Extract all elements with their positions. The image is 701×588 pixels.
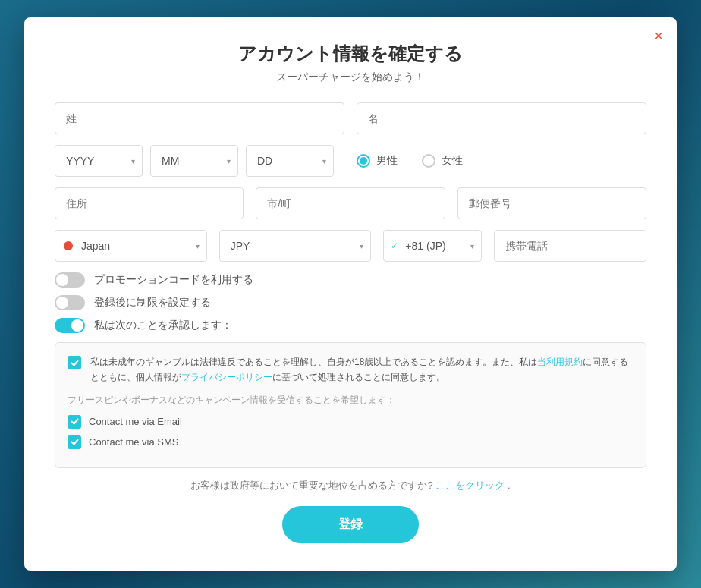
country-currency-phone-row: Japan ▾ JPY ▾ ✓ +81 (JP) ▾ xyxy=(55,230,646,262)
last-name-input[interactable] xyxy=(55,102,344,134)
pep-row: お客様は政府等において重要な地位を占める方ですか? ここをクリック . xyxy=(55,479,646,492)
close-button[interactable]: × xyxy=(654,28,663,43)
address-group xyxy=(55,187,244,219)
email-checkmark-icon xyxy=(71,417,79,426)
consent-box: 私は未成年のギャンブルは法律違反であることを理解し、自身が18歳以上であることを… xyxy=(55,342,646,467)
phone-prefix-wrapper: ✓ +81 (JP) ▾ xyxy=(383,230,482,262)
account-modal: × アカウント情報を確定する スーパーチャージを始めよう！ YYYY ▾ MM … xyxy=(24,17,677,570)
currency-select[interactable]: JPY xyxy=(219,230,372,262)
acknowledge-toggle[interactable] xyxy=(55,318,85,333)
acknowledge-toggle-row: 私は次のことを承認します： xyxy=(55,318,646,333)
consent-checkbox[interactable] xyxy=(68,356,81,369)
checkmark-icon xyxy=(71,359,79,367)
register-button[interactable]: 登録 xyxy=(282,506,419,543)
gender-male-label[interactable]: 男性 xyxy=(357,154,398,168)
month-select-wrapper: MM ▾ xyxy=(150,145,238,177)
day-select[interactable]: DD xyxy=(246,145,334,177)
city-group xyxy=(256,187,445,219)
first-name-group xyxy=(357,102,646,134)
year-select-wrapper: YYYY ▾ xyxy=(55,145,143,177)
modal-subtitle: スーパーチャージを始めよう！ xyxy=(55,71,646,84)
privacy-link[interactable]: プライバシーポリシー xyxy=(181,372,272,382)
zip-input[interactable] xyxy=(457,187,646,219)
consent-text: 私は未成年のギャンブルは法律違反であることを理解し、自身が18歳以上であることを… xyxy=(90,355,633,384)
currency-select-wrapper: JPY ▾ xyxy=(219,230,372,262)
promo-toggle-label: プロモーションコードを利用する xyxy=(94,273,253,287)
acknowledge-toggle-label: 私は次のことを承認します： xyxy=(94,319,232,332)
gender-female-label[interactable]: 女性 xyxy=(422,154,463,168)
first-name-input[interactable] xyxy=(357,102,646,134)
email-campaign-text: Contact me via Email xyxy=(89,416,182,427)
terms-link[interactable]: 当利用規約 xyxy=(537,357,583,367)
sms-checkbox[interactable] xyxy=(68,435,81,449)
promo-toggle[interactable] xyxy=(55,272,85,288)
gender-female-text: 女性 xyxy=(442,154,463,168)
month-select[interactable]: MM xyxy=(150,145,238,177)
pep-dot: . xyxy=(508,480,511,491)
sms-checkmark-icon xyxy=(71,438,79,446)
dob-gender-row: YYYY ▾ MM ▾ DD ▾ 男性 xyxy=(55,145,646,177)
date-row: YYYY ▾ MM ▾ DD ▾ xyxy=(55,145,334,177)
limit-toggle-row: 登録後に制限を設定する xyxy=(55,295,646,310)
gender-female-radio[interactable] xyxy=(422,154,435,168)
address-row xyxy=(55,187,646,219)
gender-male-text: 男性 xyxy=(376,154,398,168)
city-input[interactable] xyxy=(256,187,445,219)
promo-toggle-row: プロモーションコードを利用する xyxy=(55,272,646,288)
mobile-input[interactable] xyxy=(494,230,646,262)
email-checkbox[interactable] xyxy=(68,415,81,429)
mobile-group xyxy=(494,230,646,262)
name-row xyxy=(55,102,646,134)
zip-group xyxy=(457,187,646,219)
sms-campaign-item: Contact me via SMS xyxy=(68,435,633,449)
address-input[interactable] xyxy=(55,187,244,219)
last-name-group xyxy=(55,102,344,134)
pep-text: お客様は政府等において重要な地位を占める方ですか? xyxy=(190,480,432,491)
year-select[interactable]: YYYY xyxy=(55,145,143,177)
consent-main-row: 私は未成年のギャンブルは法律違反であることを理解し、自身が18歳以上であることを… xyxy=(68,355,633,384)
country-select[interactable]: Japan xyxy=(55,230,207,262)
modal-title: アカウント情報を確定する xyxy=(55,42,646,66)
email-campaign-item: Contact me via Email xyxy=(68,414,633,429)
phone-prefix-select[interactable]: +81 (JP) xyxy=(383,230,482,262)
gender-male-radio[interactable] xyxy=(357,154,370,168)
limit-toggle[interactable] xyxy=(55,295,85,310)
pep-link[interactable]: ここをクリック xyxy=(435,480,505,491)
country-select-wrapper: Japan ▾ xyxy=(55,230,207,262)
sms-campaign-text: Contact me via SMS xyxy=(89,436,179,448)
limit-toggle-label: 登録後に制限を設定する xyxy=(94,296,211,310)
campaign-label: フリースピンやボーナスなどのキャンペーン情報を受信することを希望します： xyxy=(68,394,633,407)
day-select-wrapper: DD ▾ xyxy=(246,145,334,177)
gender-group: 男性 女性 xyxy=(346,145,646,177)
